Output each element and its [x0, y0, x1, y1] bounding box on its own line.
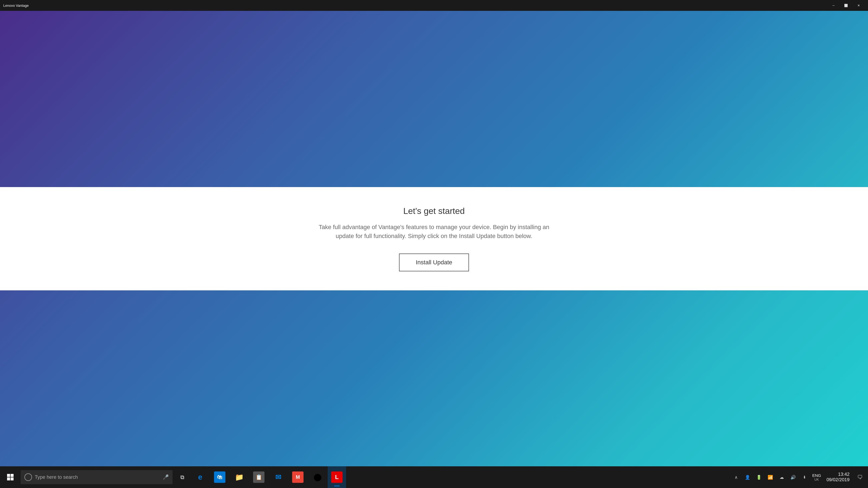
bottom-gradient-area: [0, 290, 868, 466]
notification-icon: 🗨: [857, 474, 863, 480]
lenovo-vantage-taskbar-button[interactable]: L: [328, 466, 346, 488]
system-tray: ∧ 👤 🔋 📶 ☁ 🔊 ⬇ ENG UK: [731, 466, 866, 488]
top-gradient-area: [0, 11, 868, 187]
task-view-icon: ⧉: [180, 474, 184, 480]
panel-heading: Let's get started: [403, 206, 465, 216]
taskbar: Type here to search 🎤 ⧉ e 🛍 📁 📋 ✉ M ⬤ L: [0, 466, 868, 488]
gmail-taskbar-button[interactable]: M: [289, 466, 307, 488]
title-bar: Lenovo Vantage ─ ⬜ ✕: [0, 0, 868, 11]
maximize-button[interactable]: ⬜: [840, 0, 852, 11]
minimize-button[interactable]: ─: [827, 0, 840, 11]
clock-date: 09/02/2019: [827, 477, 849, 483]
notification-center-button[interactable]: 🗨: [854, 466, 866, 488]
language-text: ENG: [812, 473, 821, 478]
start-button[interactable]: [2, 466, 19, 488]
close-button[interactable]: ✕: [852, 0, 865, 11]
people-tray-button[interactable]: 👤: [743, 472, 752, 482]
clock[interactable]: 13:42 09/02/2019: [824, 472, 852, 483]
active-app-indicator: [334, 486, 340, 486]
volume-icon: 🔊: [790, 475, 796, 480]
search-box[interactable]: Type here to search 🎤: [21, 470, 173, 484]
microphone-icon[interactable]: 🎤: [163, 474, 169, 480]
notes-icon: 📋: [253, 471, 265, 483]
cloud-download-icon: ⬇: [803, 475, 806, 479]
people-icon: 👤: [745, 475, 750, 480]
keyboard-layout-text: UK: [814, 478, 819, 482]
file-explorer-icon: 📁: [234, 471, 245, 483]
wifi-icon: 📶: [768, 475, 773, 480]
app-area: Let's get started Take full advantage of…: [0, 11, 868, 466]
chevron-up-icon: ∧: [735, 475, 738, 480]
notes-taskbar-button[interactable]: 📋: [250, 466, 268, 488]
chrome-taskbar-button[interactable]: ⬤: [308, 466, 327, 488]
battery-tray-button[interactable]: 🔋: [754, 472, 764, 482]
chrome-icon: ⬤: [312, 471, 323, 483]
window-controls: ─ ⬜ ✕: [827, 0, 865, 11]
file-explorer-taskbar-button[interactable]: 📁: [230, 466, 248, 488]
volume-tray-button[interactable]: 🔊: [788, 472, 798, 482]
panel-description: Take full advantage of Vantage's feature…: [312, 223, 556, 240]
search-circle-icon: [24, 474, 32, 481]
battery-icon: 🔋: [756, 475, 762, 480]
task-view-button[interactable]: ⧉: [175, 466, 190, 488]
language-indicator[interactable]: ENG UK: [811, 473, 822, 482]
lenovo-vantage-icon: L: [331, 471, 343, 483]
store-icon: 🛍: [214, 471, 225, 483]
network-tray-button[interactable]: 📶: [766, 472, 775, 482]
search-placeholder-text: Type here to search: [35, 475, 160, 480]
tray-overflow-button[interactable]: ∧: [731, 472, 741, 482]
onedrive-tray-button[interactable]: ☁: [777, 472, 786, 482]
store-taskbar-button[interactable]: 🛍: [211, 466, 229, 488]
install-update-button[interactable]: Install Update: [399, 254, 469, 271]
onedrive-sync-tray-button[interactable]: ⬇: [800, 472, 809, 482]
gmail-icon: M: [292, 471, 304, 483]
mail-icon: ✉: [273, 471, 284, 483]
onedrive-icon: ☁: [780, 475, 784, 480]
mail-taskbar-button[interactable]: ✉: [269, 466, 287, 488]
app-title: Lenovo Vantage: [3, 3, 29, 8]
clock-time: 13:42: [838, 472, 849, 477]
edge-icon: e: [194, 471, 206, 483]
content-panel: Let's get started Take full advantage of…: [0, 187, 868, 290]
edge-browser-taskbar-button[interactable]: e: [191, 466, 209, 488]
windows-logo-icon: [7, 474, 13, 480]
